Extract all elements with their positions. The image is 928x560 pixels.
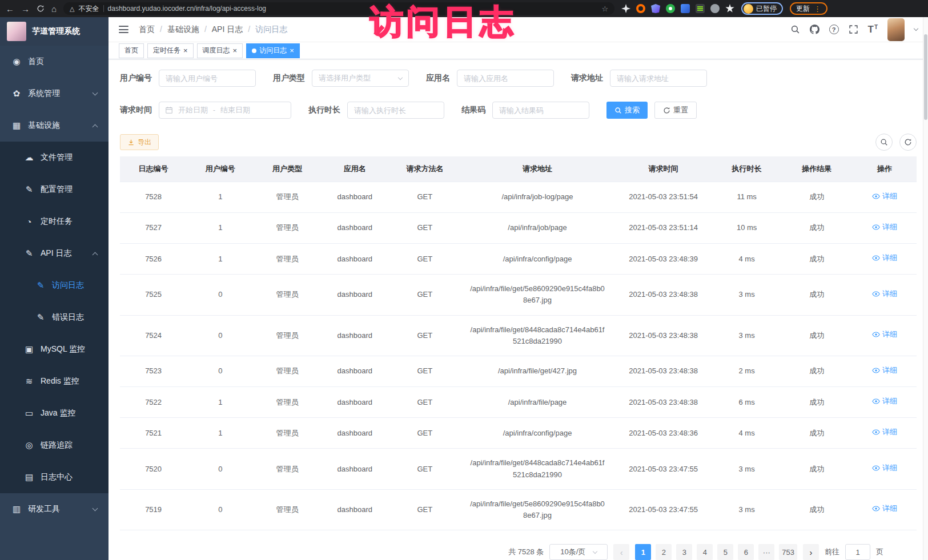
app-logo-row[interactable]: 芋道管理系统 (0, 17, 109, 46)
sidebar-item[interactable]: ✎ API 日志 (0, 237, 109, 269)
sidebar-item[interactable]: ◔ 定时任务 (0, 206, 109, 237)
breadcrumb-item[interactable]: 基础设施 / (167, 25, 212, 35)
cell-action: 详细 (853, 182, 917, 212)
search-icon[interactable] (790, 25, 800, 34)
result-code-input[interactable] (492, 102, 589, 119)
extension-paw-icon[interactable] (725, 4, 734, 13)
request-time-range-picker[interactable]: 开始日期 - 结束日期 (159, 102, 291, 119)
request-url-input[interactable] (610, 70, 707, 87)
sidebar-item[interactable]: ▣ MySQL 监控 (0, 333, 109, 365)
sidebar-item-label: 首页 (28, 57, 44, 67)
extension-shield-icon[interactable] (651, 4, 660, 13)
sidebar-item[interactable]: ✎ 错误日志 (0, 301, 109, 333)
extension-grid-icon[interactable] (696, 4, 705, 13)
detail-link[interactable]: 详细 (872, 329, 897, 340)
sidebar-item[interactable]: ≋ Redis 监控 (0, 365, 109, 397)
profile-paused-badge[interactable]: 已暂停 (741, 2, 783, 15)
address-bar[interactable]: △ 不安全 dashboard.yudao.iocoder.cn/infra/l… (63, 2, 614, 15)
breadcrumb-item[interactable]: 访问日志 / (255, 25, 287, 35)
reload-button[interactable] (37, 5, 45, 13)
tag-view-item[interactable]: 访问日志 × (246, 43, 300, 58)
cell-result: 成功 (781, 182, 853, 212)
duration-input[interactable] (347, 102, 444, 119)
tag-view-item[interactable]: 定时任务 × (147, 43, 194, 58)
cell-request-url: /api/infra/config/page (461, 244, 614, 275)
page-number-button[interactable]: 5 (717, 544, 733, 560)
next-page-button[interactable]: › (803, 544, 819, 560)
close-icon[interactable]: × (233, 47, 238, 54)
toggle-search-button[interactable] (875, 134, 893, 151)
vertical-scrollbar[interactable] (923, 17, 928, 560)
github-icon[interactable] (810, 25, 819, 34)
detail-link[interactable]: 详细 (872, 191, 897, 202)
page-number-button[interactable]: 753 (779, 544, 797, 560)
breadcrumb-item[interactable]: 首页 / (139, 25, 167, 35)
page-number-button[interactable]: 3 (676, 544, 692, 560)
refresh-table-button[interactable] (899, 134, 917, 151)
sidebar-item[interactable]: ✿ 系统管理 (0, 78, 109, 110)
cell-request-url: /api/infra/file/get/8448cada8c714e4ab61f… (461, 315, 614, 356)
cell-request-time: 2021-05-03 23:48:38 (614, 275, 713, 315)
home-button[interactable]: ⌂ (51, 5, 57, 13)
scrollbar-thumb[interactable] (924, 34, 927, 120)
browser-update-button[interactable]: 更新 ⋮ (790, 2, 827, 15)
page-number-button[interactable]: 1 (635, 544, 651, 560)
app-name-input[interactable] (457, 70, 554, 87)
extension-blue-icon[interactable] (681, 4, 690, 13)
sidebar-item[interactable]: ✎ 访问日志 (0, 269, 109, 301)
caret-down-icon[interactable] (914, 26, 918, 31)
user-id-input[interactable] (159, 70, 256, 87)
forward-button[interactable]: → (21, 5, 30, 13)
back-button[interactable]: ← (6, 5, 14, 13)
sidebar-item[interactable]: ✎ 配置管理 (0, 174, 109, 206)
close-icon[interactable]: × (183, 47, 188, 54)
detail-link[interactable]: 详细 (872, 396, 897, 407)
cell-action: 详细 (853, 275, 917, 315)
detail-link[interactable]: 详细 (872, 462, 897, 474)
user-avatar[interactable] (887, 18, 905, 41)
page-size-select[interactable]: 10条/页 (549, 544, 608, 560)
cell-result: 成功 (781, 449, 853, 489)
extension-green-icon[interactable] (666, 4, 675, 13)
sidebar-item[interactable]: ▦ 基础设施 (0, 110, 109, 142)
export-button[interactable]: 导出 (120, 134, 159, 150)
tag-view-item[interactable]: 首页 (119, 43, 144, 58)
detail-link[interactable]: 详细 (872, 221, 897, 233)
page-number-button[interactable]: 6 (738, 544, 754, 560)
page-number-button[interactable]: ··· (758, 544, 774, 560)
font-size-icon[interactable]: TT (868, 25, 878, 34)
cell-request-time: 2021-05-03 23:47:55 (614, 489, 713, 530)
sidebar-item[interactable]: ▭ Java 监控 (0, 397, 109, 429)
sidebar-item[interactable]: ◉ 首页 (0, 46, 109, 78)
page-number-button[interactable]: 4 (697, 544, 713, 560)
cell-duration: 3 ms (713, 275, 781, 315)
search-button[interactable]: 搜索 (606, 102, 648, 119)
sidebar-item[interactable]: ◎ 链路追踪 (0, 429, 109, 461)
detail-link[interactable]: 详细 (872, 426, 897, 438)
sidebar-item[interactable]: ▥ 研发工具 (0, 493, 109, 525)
prev-page-button[interactable]: ‹ (613, 544, 629, 560)
fullscreen-icon[interactable] (849, 25, 858, 34)
reset-button[interactable]: 重置 (654, 102, 697, 119)
goto-page-input[interactable] (845, 544, 870, 560)
sidebar-item[interactable]: ☁ 文件管理 (0, 142, 109, 174)
detail-link[interactable]: 详细 (872, 252, 897, 264)
cell-request-time: 2021-05-03 23:47:55 (614, 449, 713, 489)
detail-link[interactable]: 详细 (872, 365, 897, 376)
hamburger-icon[interactable] (119, 26, 128, 33)
detail-link[interactable]: 详细 (872, 503, 897, 514)
user-type-select[interactable]: 请选择用户类型 (312, 70, 409, 87)
close-icon[interactable]: × (290, 47, 294, 54)
mysql-monitor-icon: ▣ (24, 344, 34, 354)
page-number-button[interactable]: 2 (656, 544, 672, 560)
tag-view-item[interactable]: 调度日志 × (197, 43, 243, 58)
breadcrumb-item[interactable]: API 日志 / (212, 25, 255, 35)
bookmark-star-icon[interactable]: ☆ (601, 5, 608, 13)
extension-person-icon[interactable] (710, 4, 720, 13)
detail-link[interactable]: 详细 (872, 288, 897, 300)
extension-spark-icon[interactable] (621, 4, 630, 13)
cell-request-time: 2021-05-03 23:48:36 (614, 418, 713, 449)
sidebar-item[interactable]: ▤ 日志中心 (0, 461, 109, 493)
help-icon[interactable]: ? (829, 25, 839, 34)
extension-ring-icon[interactable] (636, 4, 645, 13)
